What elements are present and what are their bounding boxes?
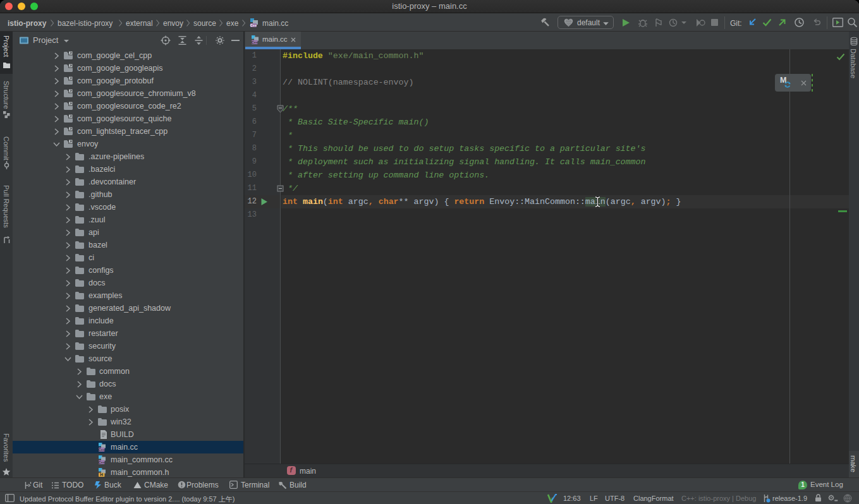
svg-text:C++: C++ — [250, 23, 257, 27]
